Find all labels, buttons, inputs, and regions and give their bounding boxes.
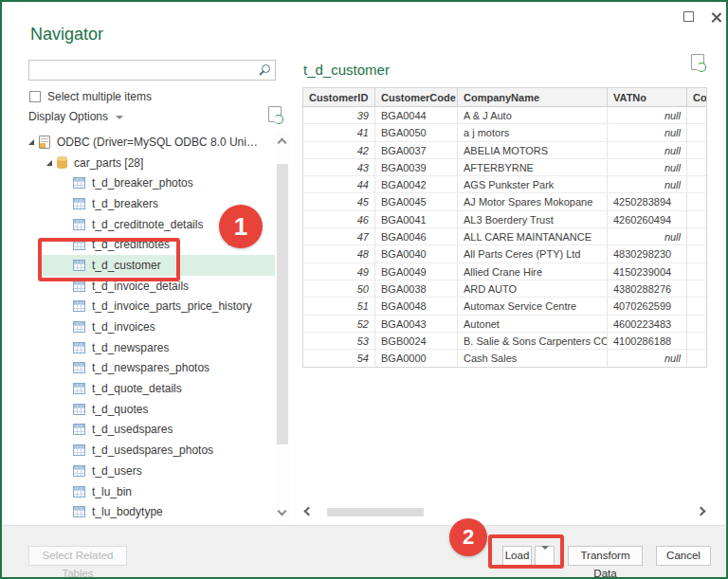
tree-item-label: t_d_quote_details (92, 382, 182, 395)
tree-item-label: car_parts [28] (74, 156, 143, 170)
scroll-left-icon[interactable] (304, 507, 314, 516)
table-cell: 39 (303, 107, 375, 123)
tree-item-t_d_newspares[interactable]: t_d_newspares (28, 337, 269, 358)
column-header-CompanyName: CompanyName (458, 88, 608, 106)
scroll-down-icon[interactable] (278, 507, 287, 516)
table-cell: 53 (303, 333, 375, 349)
table-cell: BGA0050 (375, 124, 458, 140)
select-multiple-row[interactable]: Select multiple items (29, 90, 152, 103)
tree-item-label: t_d_breaker_photos (92, 176, 193, 190)
table-cell: 45 (303, 193, 375, 209)
table-cell (687, 316, 706, 332)
table-cell (687, 350, 706, 367)
table-row: 39BGA0044A & J Autonull (303, 107, 706, 124)
search-icon[interactable] (258, 64, 270, 77)
maximize-icon[interactable] (683, 11, 694, 22)
database-icon (57, 156, 67, 169)
select-multiple-checkbox[interactable] (29, 91, 41, 102)
table-row: 44BGA0042AGS Punkster Parknull (303, 176, 706, 193)
annotation-step-1: 1 (219, 205, 263, 248)
table-cell: null (608, 228, 687, 244)
search-input[interactable] (29, 61, 252, 80)
table-cell: 47 (303, 228, 375, 244)
refresh-preview-icon[interactable] (691, 54, 704, 70)
table-icon (73, 486, 85, 498)
table-cell: BGA0000 (375, 350, 458, 367)
tree-item-label: t_d_invoices (92, 320, 155, 334)
tree-item-t_d_breaker_photos[interactable]: t_d_breaker_photos (28, 172, 269, 193)
table-cell: 4380288276 (608, 280, 687, 297)
table-row: 48BGA0040All Parts Ceres (PTY) Ltd483029… (303, 245, 706, 262)
table-icon (73, 219, 85, 230)
table-cell: BGA0042 (375, 176, 458, 192)
table-cell: 50 (303, 280, 375, 297)
tree-item-ODBC-Driver-MySQL-ODBC-8-0-Unicode-D-[interactable]: ODBC (Driver=MySQL ODBC 8.0 Unicode D... (28, 132, 269, 153)
tree: ODBC (Driver=MySQL ODBC 8.0 Unicode D...… (28, 132, 269, 522)
server-icon (39, 136, 50, 149)
table-cell: 4150239004 (608, 263, 687, 280)
tree-item-car_parts-28-[interactable]: car_parts [28] (28, 153, 269, 173)
table-cell (687, 142, 706, 158)
table-icon (73, 424, 85, 435)
cancel-button[interactable]: Cancel (656, 546, 711, 566)
tree-scrollbar-thumb[interactable] (277, 164, 288, 444)
table-cell: 4260260494 (608, 211, 687, 227)
preview-table-body: 39BGA0044A & J Autonull41BGA0050a j moto… (303, 107, 706, 367)
table-cell (687, 245, 706, 262)
column-header-Cont: Cont (687, 88, 706, 106)
tree-item-t_d_users[interactable]: t_d_users (28, 461, 269, 481)
table-cell: 42 (303, 142, 375, 158)
table-cell (687, 228, 706, 244)
preview-scrollbar-thumb[interactable] (327, 508, 424, 516)
preview-horizontal-scrollbar[interactable] (302, 505, 707, 518)
transform-data-button[interactable]: Transform Data (568, 546, 643, 566)
annotation-box-1 (38, 238, 180, 281)
table-cell: BGA0046 (375, 228, 458, 244)
table-cell: BGA0044 (375, 107, 458, 123)
tree-item-t_d_quote_details[interactable]: t_d_quote_details (28, 378, 269, 399)
table-cell: ALL CARE MAINTANANCE (458, 228, 608, 244)
table-cell (687, 193, 706, 209)
tree-item-t_lu_bin[interactable]: t_lu_bin (28, 481, 269, 502)
refresh-source-icon[interactable] (268, 106, 282, 122)
table-cell: BGA0039 (375, 159, 458, 175)
tree-vertical-scrollbar[interactable] (275, 132, 290, 522)
scroll-up-icon[interactable] (278, 138, 287, 148)
tree-item-label: t_d_creditnote_details (92, 218, 203, 231)
table-cell: AJ Motor Spares Mokopane (458, 193, 608, 209)
display-options-dropdown[interactable]: Display Options (28, 110, 123, 123)
table-cell: BGA0048 (375, 298, 458, 314)
tree-item-t_d_newspares_photos[interactable]: t_d_newspares_photos (28, 358, 269, 379)
tree-item-t_lu_bodytype[interactable]: t_lu_bodytype (28, 501, 269, 522)
table-cell: Allied Crane Hire (458, 263, 608, 280)
display-options-label: Display Options (28, 110, 108, 123)
tree-item-label: t_d_quotes (92, 403, 148, 416)
table-cell: null (608, 176, 687, 192)
expand-toggle-icon[interactable] (28, 139, 34, 145)
tree-item-t_d_invoice_parts_price_history[interactable]: t_d_invoice_parts_price_history (28, 297, 269, 317)
tree-item-t_d_usedspares[interactable]: t_d_usedspares (28, 420, 269, 441)
search-box[interactable] (28, 60, 276, 81)
expand-toggle-icon[interactable] (46, 160, 52, 166)
table-cell: null (608, 107, 687, 123)
table-cell: null (608, 159, 687, 175)
column-header-CustomerCode: CustomerCode (375, 88, 458, 106)
select-related-tables-button: Select Related Tables (28, 546, 127, 566)
select-multiple-label: Select multiple items (47, 90, 152, 103)
table-cell: 49 (303, 263, 375, 280)
table-cell: 4600223483 (608, 316, 687, 332)
table-icon (73, 177, 85, 189)
tree-item-t_d_quotes[interactable]: t_d_quotes (28, 399, 269, 420)
footer: Select Related Tables Load Transform Dat… (2, 525, 726, 577)
table-row: 42BGA0037ABELIA MOTORSnull (303, 142, 706, 159)
close-icon[interactable] (710, 11, 722, 24)
table-cell: BGA0043 (375, 316, 458, 332)
table-cell: 43 (303, 159, 375, 175)
scroll-right-icon[interactable] (697, 507, 706, 516)
table-icon (73, 404, 85, 415)
tree-item-t_d_invoices[interactable]: t_d_invoices (28, 317, 269, 337)
table-cell: AL3 Boerdery Trust (458, 211, 608, 227)
table-cell (687, 333, 706, 349)
tree-item-t_d_usedspares_photos[interactable]: t_d_usedspares_photos (28, 440, 269, 461)
table-icon (73, 198, 85, 209)
